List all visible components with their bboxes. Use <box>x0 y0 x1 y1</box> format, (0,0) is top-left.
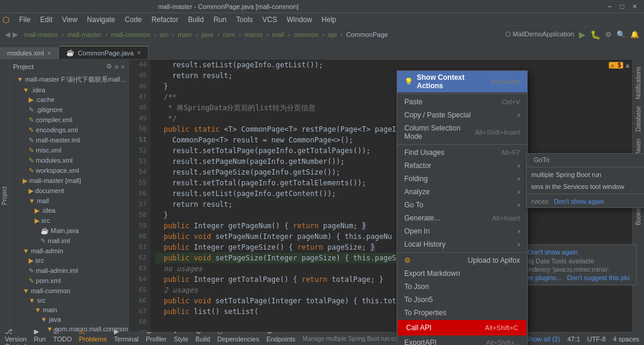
sidebar-item-modules-xml[interactable]: ✎ modules.xml <box>10 156 128 166</box>
status-run[interactable]: ▶ Run <box>34 328 46 345</box>
ctx-to-json[interactable]: To Json <box>397 280 527 293</box>
sidebar-item-misc-xml[interactable]: ✎ misc.xml <box>10 145 128 156</box>
menu-build[interactable]: Build <box>183 14 209 25</box>
breadcrumb-commonpage[interactable]: CommonPage <box>346 31 388 38</box>
status-indent[interactable]: 4 spaces <box>613 335 639 343</box>
menu-code[interactable]: Code <box>120 14 147 25</box>
nav-back-icon[interactable]: ◀ <box>5 30 10 39</box>
menu-help[interactable]: Help <box>317 14 341 25</box>
breadcrumb-macro[interactable]: macro <box>244 31 263 38</box>
sidebar-item-src-mall[interactable]: ▶ src <box>10 216 128 226</box>
breadcrumb-src[interactable]: src <box>160 31 169 38</box>
notifications-icon[interactable]: 🔔 <box>630 30 639 39</box>
sidebar-item-idea[interactable]: ▼ .idea <box>10 85 128 95</box>
right-tab-notifications[interactable]: Notifications <box>634 64 643 101</box>
tab-modules-xml[interactable]: modules.xml × <box>0 47 59 59</box>
menu-tools[interactable]: Tools <box>231 14 258 25</box>
sidebar-item-pom-xml[interactable]: ✎ pom.xml <box>10 276 128 286</box>
ctx-analyze[interactable]: Analyze › <box>397 185 527 198</box>
status-show-all[interactable]: Show all (2) <box>525 335 560 343</box>
breadcrumb-common[interactable]: common <box>293 31 318 38</box>
ctx-export-markdown[interactable]: Export Markdown <box>397 267 527 280</box>
menu-file[interactable]: File <box>14 14 35 25</box>
sidebar-item-mall-master-mall[interactable]: ▶ mall-master [mall] <box>10 176 128 186</box>
ctx-paste[interactable]: Paste Ctrl+V <box>397 95 527 108</box>
ctx-show-context-actions[interactable]: 💡 Show Context Actions Alt+Enter <box>397 71 527 92</box>
ctx-find-usages[interactable]: Find Usages Alt+F7 <box>397 146 527 159</box>
breadcrumb-java[interactable]: java <box>202 31 213 38</box>
sidebar-item-compiler-xml[interactable]: ✎ compiler.xml <box>10 115 128 125</box>
status-problems[interactable]: ⚠ Problems <box>79 328 106 345</box>
minimize-button[interactable]: − <box>605 2 614 11</box>
sidebar-item-mall-common[interactable]: ▼ mall-common <box>10 286 128 296</box>
menu-window[interactable]: Window <box>282 14 317 25</box>
breadcrumb-mall[interactable]: mall <box>272 31 284 38</box>
sidebar-item-mall-admin-iml[interactable]: ✎ mall-admin.iml <box>10 266 128 276</box>
sidebar-item-idea-sub[interactable]: ▶ .idea <box>10 206 128 216</box>
sidebar-close-icon[interactable]: × <box>121 63 125 70</box>
sidebar-item-mall-master-iml[interactable]: ✎ mall-master.iml <box>10 135 128 145</box>
ctx-generate[interactable]: Generate... Alt+Insert <box>397 212 527 225</box>
sidebar-item-mall-admin[interactable]: ▼ mall-admin <box>10 246 128 256</box>
menu-view[interactable]: View <box>57 14 82 25</box>
ctx-upload-apifox[interactable]: ⚙ Upload to Apifox <box>397 254 527 267</box>
status-encoding[interactable]: UTF-8 <box>587 335 606 343</box>
ctx-to-properties[interactable]: To Properties <box>397 306 527 319</box>
breadcrumb-api[interactable]: api <box>328 31 337 38</box>
status-todo[interactable]: ☑ TODO <box>53 328 72 345</box>
ctx-copy-paste-special[interactable]: Copy / Paste Special › <box>397 108 527 122</box>
sidebar-settings-icon[interactable]: ⚙ <box>106 63 112 70</box>
tab-commonpage-java-close[interactable]: × <box>137 49 141 56</box>
breadcrumb-mall-master2[interactable]: mall-master <box>67 31 101 38</box>
maximize-button[interactable]: □ <box>618 2 627 11</box>
sub-ctx-services-window[interactable]: ions in the Services tool window <box>527 181 644 192</box>
tab-commonpage-java[interactable]: ☕ CommonPage.java × <box>59 46 148 59</box>
ctx-open-in[interactable]: Open In › <box>397 225 527 238</box>
sidebar-item-src-common[interactable]: ▼ src <box>10 296 128 305</box>
info-dont-show-link[interactable]: Don't show again <box>528 248 578 256</box>
sidebar-item-main[interactable]: ▼ main <box>10 305 128 315</box>
settings-icon[interactable]: ⚙ <box>605 30 612 39</box>
sidebar-item-mall[interactable]: ▼ mall <box>10 196 128 206</box>
sidebar-item-encodings-xml[interactable]: ✎ encodings.xml <box>10 125 128 135</box>
dont-suggest-link[interactable]: Don't suggest this plu <box>567 274 630 281</box>
breadcrumb-main[interactable]: main <box>178 31 192 38</box>
editor-scrollbar-arrow-up[interactable]: ▲ <box>626 61 630 69</box>
ctx-column-selection[interactable]: Column Selection Mode Alt+Shift+Insert <box>397 122 527 143</box>
ctx-to-json5[interactable]: To Json5 <box>397 293 527 306</box>
menu-navigate[interactable]: Navigate <box>82 14 120 25</box>
run-button[interactable]: ▶ <box>579 30 586 39</box>
sidebar-item-workspace-xml[interactable]: ✎ workspace.xml <box>10 166 128 176</box>
ctx-call-api[interactable]: Call API Alt+Shift+C <box>398 320 527 335</box>
ctx-export-api[interactable]: ExportAPI Alt+Shift+... <box>397 336 527 345</box>
project-tab-label[interactable]: Project <box>0 60 10 332</box>
sidebar-item-mall-master[interactable]: ▼ mall-master F:\副代下载联系mall-master <box>10 74 128 85</box>
breadcrumb-mall-common[interactable]: mall-common <box>111 31 150 38</box>
sidebar-item-cache[interactable]: ▶ .cache <box>10 95 128 105</box>
sidebar-item-gitignore[interactable]: ✎ .gitignore <box>10 105 128 115</box>
sidebar-item-src-admin[interactable]: ▶ src <box>10 256 128 266</box>
menu-refactor[interactable]: Refactor <box>147 14 183 25</box>
menu-vcs[interactable]: VCS <box>258 14 282 25</box>
menu-run[interactable]: Run <box>209 14 231 25</box>
right-tab-database[interactable]: Database <box>634 104 643 134</box>
nav-forward-icon[interactable]: ▶ <box>13 30 18 39</box>
menu-edit[interactable]: Edit <box>35 14 57 25</box>
breadcrumb-com[interactable]: com <box>223 31 236 38</box>
sidebar-item-document[interactable]: ▶ document <box>10 186 128 196</box>
sidebar-item-java[interactable]: ▼ java <box>10 315 128 324</box>
ctx-local-history[interactable]: Local History › <box>397 238 527 251</box>
sub-ctx-multiple-spring[interactable]: multiple Spring Boot run <box>527 169 644 181</box>
sidebar-item-mall-iml[interactable]: ✎ mall.iml <box>10 236 128 246</box>
tab-modules-xml-close[interactable]: × <box>48 50 51 57</box>
search-icon[interactable]: 🔍 <box>617 30 626 39</box>
sidebar-collapse-icon[interactable]: ≡ <box>114 63 118 70</box>
sub-ctx-dont-show[interactable]: Don't show again <box>554 198 604 205</box>
close-button[interactable]: × <box>630 2 639 11</box>
breadcrumb-mall-master[interactable]: mall-master <box>24 31 58 38</box>
ctx-folding[interactable]: Folding › <box>397 172 527 185</box>
status-version-control[interactable]: ⎇ Version Control <box>5 328 27 345</box>
ctx-goto[interactable]: Go To › <box>397 198 527 212</box>
sidebar-item-main-java[interactable]: ☕ Main.java <box>10 226 128 236</box>
ctx-refactor[interactable]: Refactor › <box>397 159 527 172</box>
